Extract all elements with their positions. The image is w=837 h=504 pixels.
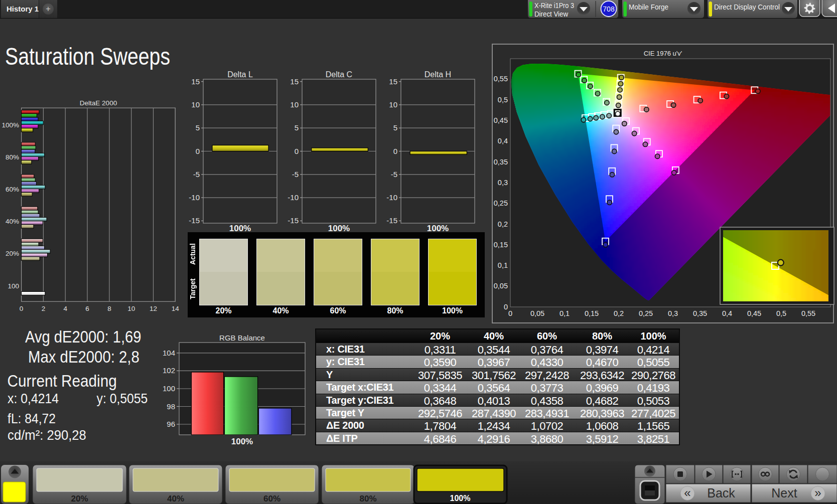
svg-text:40%: 40% — [167, 494, 184, 503]
svg-text:»: » — [814, 486, 821, 499]
svg-text:0,35: 0,35 — [494, 158, 508, 166]
svg-text:100%: 100% — [231, 437, 253, 446]
svg-text:RGB Balance: RGB Balance — [219, 333, 265, 342]
svg-text:0,45: 0,45 — [494, 116, 508, 124]
svg-text:98: 98 — [167, 402, 175, 411]
svg-text:80%: 80% — [359, 494, 376, 503]
svg-text:0: 0 — [508, 309, 512, 317]
svg-text:102: 102 — [163, 366, 175, 375]
svg-text:0,25: 0,25 — [494, 199, 508, 207]
svg-text:0,1: 0,1 — [560, 309, 570, 317]
svg-text:104: 104 — [163, 349, 175, 357]
svg-text:0: 0 — [504, 303, 508, 311]
svg-text:0,55: 0,55 — [801, 309, 815, 317]
svg-text:96: 96 — [167, 420, 175, 428]
svg-text:0,2: 0,2 — [498, 220, 508, 228]
svg-text:20%: 20% — [71, 494, 88, 503]
svg-text:100: 100 — [163, 384, 175, 393]
svg-text:Direct View: Direct View — [534, 10, 569, 18]
svg-text:0,3: 0,3 — [668, 309, 678, 317]
svg-text:Next: Next — [771, 486, 797, 500]
svg-text:708: 708 — [603, 5, 615, 13]
svg-text:60%: 60% — [263, 494, 281, 503]
svg-text:CIE 1976 u'v': CIE 1976 u'v' — [644, 50, 682, 57]
svg-text:0,4: 0,4 — [722, 309, 732, 317]
svg-text:100%: 100% — [450, 494, 471, 502]
svg-text:0,05: 0,05 — [530, 309, 544, 317]
svg-text:0,5: 0,5 — [498, 96, 508, 104]
svg-text:Direct Display Control: Direct Display Control — [714, 3, 780, 11]
svg-text:«: « — [684, 486, 690, 499]
svg-text:0,3: 0,3 — [498, 179, 508, 187]
svg-text:0,05: 0,05 — [494, 282, 508, 290]
svg-text:0,25: 0,25 — [639, 309, 653, 317]
svg-text:0,15: 0,15 — [585, 309, 599, 317]
svg-text:0,1: 0,1 — [498, 261, 508, 269]
svg-text:0,55: 0,55 — [494, 75, 508, 83]
svg-text:0,35: 0,35 — [693, 309, 707, 317]
svg-text:0,4: 0,4 — [498, 137, 508, 145]
svg-text:Back: Back — [707, 486, 735, 500]
svg-text:0,2: 0,2 — [614, 309, 624, 317]
svg-text:0,5: 0,5 — [776, 309, 786, 317]
svg-text:0,15: 0,15 — [494, 241, 508, 249]
svg-text:X-Rite i1Pro 3: X-Rite i1Pro 3 — [534, 2, 574, 10]
svg-text:0,45: 0,45 — [747, 309, 761, 317]
svg-text:Mobile Forge: Mobile Forge — [629, 3, 668, 11]
